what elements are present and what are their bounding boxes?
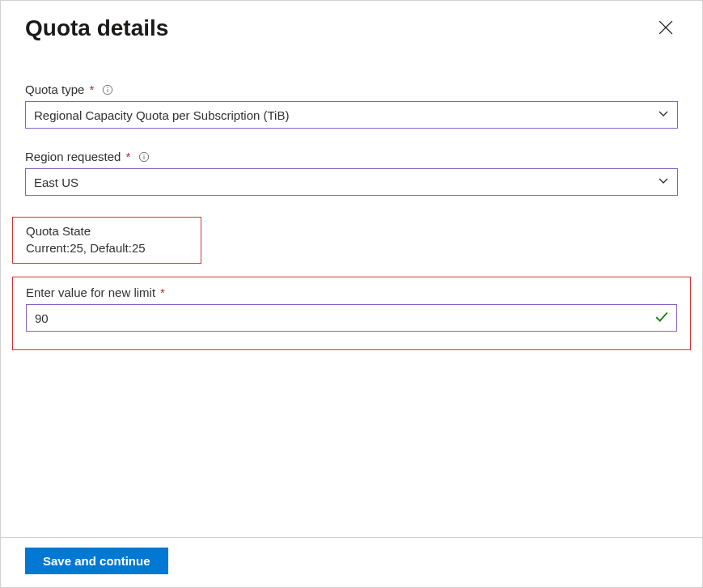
quota-details-panel: Quota details Quota type * [0, 0, 703, 588]
svg-point-6 [144, 154, 145, 154]
quota-type-select[interactable]: Regional Capacity Quota per Subscription… [25, 101, 678, 129]
quota-state-box: Quota State Current:25, Default:25 [12, 217, 201, 264]
required-indicator: * [89, 82, 94, 96]
close-icon [659, 20, 673, 37]
info-icon[interactable] [102, 84, 113, 95]
panel-header: Quota details [1, 1, 702, 42]
new-limit-label-text: Enter value for new limit [26, 286, 155, 299]
quota-state-value: Current:25, Default:25 [26, 241, 191, 255]
new-limit-input[interactable] [26, 304, 677, 332]
region-select-wrap: East US [25, 168, 678, 196]
new-limit-label: Enter value for new limit * [26, 286, 677, 299]
save-continue-button[interactable]: Save and continue [25, 548, 168, 574]
quota-type-select-wrap: Regional Capacity Quota per Subscription… [25, 101, 678, 129]
quota-type-label: Quota type * [25, 82, 678, 96]
svg-point-3 [108, 87, 108, 87]
page-title: Quota details [25, 15, 168, 41]
region-label-text: Region requested [25, 150, 121, 163]
close-button[interactable] [654, 15, 678, 42]
panel-content: Quota type * Regional Capacity Quota per… [1, 42, 702, 537]
region-label: Region requested * [25, 150, 678, 163]
quota-type-label-text: Quota type [25, 82, 84, 96]
region-field: Region requested * East US [25, 150, 678, 196]
required-indicator: * [160, 286, 165, 299]
new-limit-box: Enter value for new limit * [12, 277, 691, 350]
quota-state-label: Quota State [26, 224, 191, 238]
info-icon[interactable] [138, 151, 150, 163]
panel-footer: Save and continue [1, 537, 702, 587]
required-indicator: * [125, 150, 130, 163]
new-limit-input-wrap [26, 304, 677, 332]
quota-type-field: Quota type * Regional Capacity Quota per… [25, 82, 678, 129]
region-select[interactable]: East US [25, 168, 678, 196]
